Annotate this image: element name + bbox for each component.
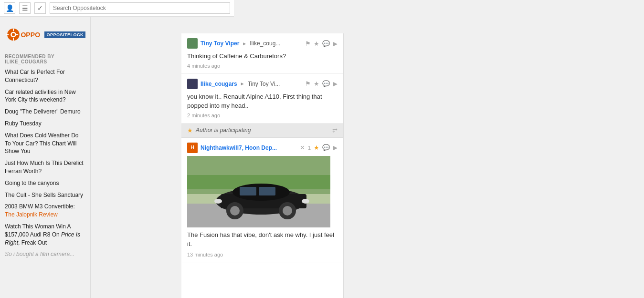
comment-block-2: Ilike_cougars ► Tiny Toy Vi... ⚑ ★ 💬 ▶ y…	[181, 74, 343, 123]
sidebar-item-5[interactable]: Just How Much Is This Derelict Ferrari W…	[0, 157, 90, 177]
avatar-tiny-toy-viper	[187, 38, 198, 49]
svg-point-21	[302, 199, 309, 204]
car-image-svg	[187, 156, 330, 227]
bubble-icon-2[interactable]: 💬	[322, 80, 330, 87]
check-icon-glyph: ✓	[37, 4, 43, 12]
more-icon-3[interactable]: ▶	[333, 144, 338, 151]
username-tiny-toy-viper[interactable]: Tiny Toy Viper	[201, 40, 239, 47]
oppositelock-label: OPPOSITELOCK	[44, 31, 85, 38]
star-icon-banner-middle: ★	[187, 127, 193, 134]
comment-text-3: The Fusion has that vibe, don't ask me w…	[187, 230, 338, 249]
avatar-ilike-cougars	[187, 79, 198, 89]
username-nighthawk[interactable]: Nighthawkwill7, Hoon Dep...	[201, 144, 277, 151]
arrow-icon-2: ►	[240, 81, 245, 86]
check-icon[interactable]: ✓	[34, 2, 46, 14]
sidebar-item-camera[interactable]: So i bought a film camera...	[0, 248, 90, 260]
comment-time-3: 13 minutes ago	[187, 252, 223, 257]
sidebar-item-4[interactable]: What Does Cold Weather Do To Your Car? T…	[0, 130, 90, 157]
comment-text-2: you know it.. Renault Alpine A110, First…	[187, 92, 338, 111]
logo-area: OPPO OPPOSITELOCK	[0, 21, 90, 50]
menu-icon-glyph: ☰	[22, 4, 28, 12]
cross-icon-3[interactable]: ✕	[300, 144, 305, 151]
bubble-icon-3[interactable]: 💬	[322, 144, 330, 151]
author-banner-middle: ★ Author is participating ⥂	[181, 123, 343, 138]
oppo-logo: OPPO	[5, 24, 44, 45]
star-icon-3[interactable]: ★	[314, 144, 319, 151]
svg-point-22	[214, 199, 222, 204]
svg-rect-6	[15, 34, 18, 35]
comment-block-3: H Nighthawkwill7, Hoon Dep... ✕ 1 ★ 💬 ▶	[181, 138, 343, 263]
arrow-icon: ►	[242, 41, 247, 46]
comment-text-1: Thinking of Caffeine & Carburetors?	[187, 51, 338, 61]
star-icon-2[interactable]: ★	[314, 80, 319, 87]
svg-rect-16	[259, 187, 275, 195]
sidebar-item-ruby-tuesday[interactable]: Ruby Tuesday	[0, 118, 90, 130]
person-icon[interactable]: 👤	[4, 2, 15, 14]
svg-point-20	[283, 206, 292, 216]
car-image	[187, 156, 330, 227]
svg-text:OPPO: OPPO	[21, 31, 40, 39]
person-icon-glyph: 👤	[6, 4, 14, 12]
comment-time-1: 4 minutes ago	[187, 63, 338, 69]
menu-icon[interactable]: ☰	[19, 2, 31, 14]
bubble-icon-1[interactable]: 💬	[322, 40, 330, 47]
svg-point-18	[230, 206, 240, 216]
flag-icon-1[interactable]: ⚑	[305, 40, 311, 47]
search-input[interactable]	[50, 2, 230, 14]
svg-rect-4	[13, 38, 14, 41]
svg-point-2	[12, 33, 15, 36]
sidebar-item-cult[interactable]: The Cult - She Sells Sanctuary	[0, 189, 90, 201]
avatar-nighthawk: H	[187, 143, 198, 153]
recommended-label: RECOMMENDED BY ILIKE_COUGARS	[0, 50, 90, 66]
svg-rect-15	[240, 187, 256, 195]
sidebar-item-canyons[interactable]: Going to the canyons	[0, 177, 90, 189]
more-icon-1[interactable]: ▶	[333, 40, 338, 47]
comment-block-1: Tiny Toy Viper ► Ilike_coug... ⚑ ★ 💬 ▶ T…	[181, 33, 343, 74]
svg-rect-3	[13, 29, 14, 31]
comment-time-2: 2 minutes ago	[187, 113, 338, 118]
star-count-3: 1	[308, 145, 311, 151]
star-icon-1[interactable]: ★	[314, 40, 319, 47]
channel-name-1: Ilike_coug...	[250, 40, 280, 47]
sidebar-item-audi[interactable]: Watch This Woman Win A $157,000 Audi R8 …	[0, 221, 90, 248]
channel-name-2: Tiny Toy Vi...	[248, 81, 280, 87]
username-ilike-cougars[interactable]: Ilike_cougars	[201, 81, 237, 87]
sidebar-item-3[interactable]: Doug "The Deliverer" Demuro	[0, 106, 90, 118]
author-banner-text-middle: Author is participating	[196, 127, 251, 134]
sidebar-item-2[interactable]: Car related activities in New York City …	[0, 86, 90, 106]
svg-rect-5	[6, 34, 9, 35]
sidebar-item-1[interactable]: What Car Is Perfect For Connecticut?	[0, 66, 90, 86]
flag-icon-2[interactable]: ⚑	[305, 80, 311, 87]
sidebar-item-bmw[interactable]: 2003 BMW M3 Convertible: The Jalopnik Re…	[0, 201, 90, 221]
more-icon-2[interactable]: ▶	[333, 80, 338, 87]
expand-icon-middle[interactable]: ⥂	[332, 127, 338, 134]
